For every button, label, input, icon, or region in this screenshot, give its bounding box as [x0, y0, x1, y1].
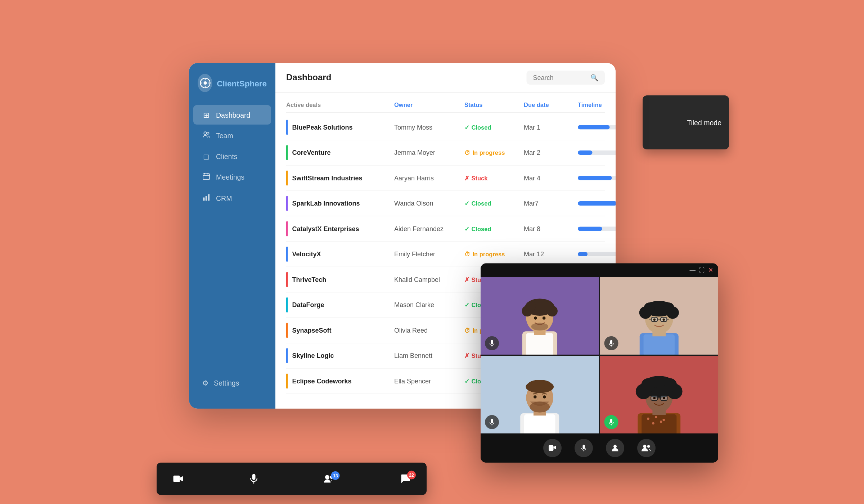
sidebar-item-crm[interactable]: CRM	[193, 188, 271, 208]
meeting-bar: 13 22	[157, 463, 427, 495]
deal-status: ⏱ In progress	[464, 149, 524, 156]
svg-point-94	[643, 445, 647, 448]
svg-rect-14	[208, 194, 210, 201]
th-status: Status	[464, 102, 524, 108]
clients-icon: ◻	[202, 152, 211, 161]
deal-owner: Jemma Moyer	[394, 149, 464, 157]
search-input[interactable]	[533, 74, 587, 81]
svg-point-71	[655, 416, 657, 418]
svg-point-73	[652, 422, 654, 424]
svg-point-74	[660, 420, 662, 423]
video-grid	[481, 277, 718, 433]
svg-point-30	[534, 316, 537, 320]
svg-point-86	[653, 397, 656, 399]
bar-video-btn[interactable]	[173, 474, 184, 483]
participant-2-mic[interactable]	[604, 336, 618, 350]
deal-name: VelocityX	[286, 247, 394, 262]
deal-owner: Aaryan Harris	[394, 174, 464, 182]
participant-3-mic[interactable]	[485, 415, 499, 429]
sidebar-item-dashboard[interactable]: ⊞ Dashboard	[193, 105, 271, 125]
sidebar-footer: ⚙ Settings	[189, 368, 275, 398]
deal-due-date: Mar7	[524, 200, 578, 207]
svg-rect-12	[203, 198, 205, 201]
search-box[interactable]: 🔍	[527, 71, 605, 85]
table-row: SparkLab Innovations Wanda Olson ✓ Close…	[286, 191, 605, 217]
svg-point-43	[644, 302, 655, 313]
svg-rect-15	[174, 476, 180, 482]
video-mic-btn[interactable]	[575, 439, 593, 457]
svg-rect-37	[644, 334, 675, 355]
deal-due-date: Mar 2	[524, 149, 578, 157]
svg-point-63	[543, 395, 546, 399]
minimize-icon[interactable]: —	[690, 267, 696, 274]
svg-rect-69	[642, 414, 676, 433]
sidebar-item-clients[interactable]: ◻ Clients	[193, 147, 271, 166]
svg-rect-8	[203, 174, 210, 180]
bar-mic-btn[interactable]	[250, 473, 257, 484]
sidebar: ClientSphere ⊞ Dashboard	[189, 63, 275, 409]
crm-icon	[202, 194, 211, 203]
svg-point-29	[544, 301, 553, 311]
svg-point-95	[647, 445, 650, 448]
sidebar-item-team[interactable]: Team	[193, 126, 271, 146]
svg-point-51	[662, 319, 665, 321]
svg-point-18	[325, 475, 329, 480]
meetings-icon	[202, 173, 211, 182]
video-toolbar	[481, 433, 718, 463]
svg-point-60	[528, 380, 552, 389]
deal-name: SparkLab Innovations	[286, 196, 394, 211]
video-cam-btn[interactable]	[543, 439, 562, 457]
svg-point-87	[663, 397, 665, 399]
table-row: CatalystX Enterprises Aiden Fernandez ✓ …	[286, 216, 605, 242]
deal-name: SwiftStream Industries	[286, 171, 394, 186]
video-participant-3	[481, 356, 599, 433]
deal-owner: Wanda Olson	[394, 200, 464, 207]
bar-participants-btn[interactable]: 13	[324, 474, 334, 483]
app-logo: ClientSphere	[189, 74, 275, 105]
svg-rect-16	[252, 474, 255, 480]
deal-owner: Emily Fletcher	[394, 251, 464, 258]
search-icon: 🔍	[590, 74, 599, 81]
participant-1-mic[interactable]	[485, 336, 499, 350]
video-person-btn[interactable]	[606, 439, 624, 457]
deal-name: CatalystX Enterprises	[286, 221, 394, 237]
svg-point-80	[641, 378, 655, 392]
team-icon	[202, 131, 211, 140]
deal-name: SynapseSoft	[286, 323, 394, 338]
svg-rect-56	[524, 414, 555, 433]
video-participant-4	[600, 356, 719, 433]
tiled-mode-label: Tiled mode	[687, 118, 721, 127]
th-duedate: Due date	[524, 102, 578, 108]
svg-point-7	[207, 132, 209, 134]
deal-timeline	[578, 201, 616, 206]
deal-due-date: Mar 8	[524, 225, 578, 233]
th-owner: Owner	[394, 102, 464, 108]
deal-due-date: Mar 4	[524, 174, 578, 182]
deal-name: CoreVenture	[286, 145, 394, 160]
svg-rect-22	[526, 333, 553, 355]
deal-owner: Ella Spencer	[394, 377, 464, 385]
table-row: CoreVenture Jemma Moyer ⏱ In progress Ma…	[286, 140, 605, 166]
sidebar-item-meetings[interactable]: Meetings	[193, 167, 271, 188]
deal-owner: Khalid Campbel	[394, 276, 464, 283]
deal-status: ⏱ In progress	[464, 251, 524, 257]
page-title: Dashboard	[286, 73, 331, 82]
expand-icon[interactable]: ⛶	[699, 267, 705, 274]
svg-point-44	[663, 302, 674, 313]
bar-chat-btn[interactable]: 22	[401, 474, 410, 484]
th-actions	[602, 102, 616, 108]
svg-point-81	[663, 378, 677, 392]
video-window: — ⛶ ✕	[481, 264, 718, 463]
svg-point-62	[534, 395, 537, 399]
svg-rect-13	[206, 196, 207, 201]
participants-badge: 13	[331, 471, 340, 480]
video-participant-1	[481, 277, 599, 355]
settings-item[interactable]: ⚙ Settings	[193, 374, 271, 393]
participant-4-mic[interactable]	[604, 415, 618, 429]
video-group-btn[interactable]	[637, 439, 656, 457]
table-row: SwiftStream Industries Aaryan Harris ✗ S…	[286, 166, 605, 191]
deal-name: ThriveTech	[286, 272, 394, 287]
close-icon[interactable]: ✕	[708, 267, 713, 274]
sidebar-item-label: Dashboard	[216, 111, 250, 119]
nav-items: ⊞ Dashboard Team ◻	[189, 105, 275, 368]
